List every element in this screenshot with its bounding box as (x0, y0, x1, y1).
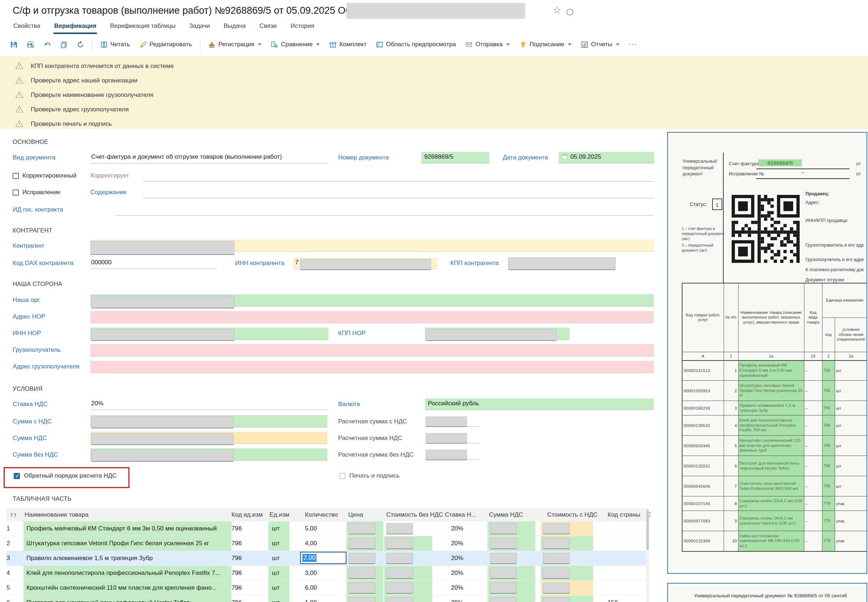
consignee-field[interactable] (91, 344, 654, 356)
copy-button[interactable] (57, 38, 71, 51)
refresh-button[interactable] (73, 38, 88, 51)
column-header[interactable]: Стоимость с НДС (547, 508, 598, 521)
section-terms: УСЛОВИЯ (13, 385, 42, 392)
inn-nor-label[interactable]: ИНН НОР (13, 330, 41, 337)
warning-item[interactable]: Проверьте адрес грузополучателя (0, 102, 868, 117)
tab-table-verification[interactable]: Верификация таблицы (109, 21, 176, 34)
signing-button[interactable]: Подписание (516, 38, 575, 51)
preview-area-button[interactable]: Область предпросмотра (372, 38, 459, 51)
counterparty-label[interactable]: Контрагент (13, 242, 45, 249)
table-row[interactable]: 6Пистолет для монтажной пены тефлоновый … (6, 596, 648, 602)
doc-type-label[interactable]: Вид документа (13, 154, 55, 161)
table-row[interactable]: 4Клей для пенополистирола профессиональн… (6, 566, 648, 580)
consignee-addr-label[interactable]: Адрес грузополучателя (13, 363, 80, 370)
column-header[interactable]: Ед.изм (269, 508, 289, 521)
redaction-box (490, 582, 517, 594)
content-field[interactable] (143, 187, 654, 198)
kpp-counterparty-field-redacted[interactable] (508, 257, 616, 270)
warning-item[interactable]: Проверьте наименование грузополучателя (0, 88, 868, 102)
column-header[interactable]: Цена (348, 508, 363, 521)
cell-quantity[interactable]: 4,00 (305, 536, 345, 551)
komplekt-button[interactable]: Комплект (326, 38, 370, 51)
tab-issue[interactable]: Выдача (223, 21, 246, 34)
more-button[interactable]: ··· (625, 38, 641, 51)
scan-cell: 5 (724, 436, 738, 456)
table-row[interactable]: 1Профиль маячковый КМ Стандарт 6 мм 3м 0… (6, 521, 648, 536)
kpp-nor-label[interactable]: КПП НОР (338, 330, 366, 337)
cell-country-code: 156 (608, 596, 644, 602)
gov-contract-field[interactable] (116, 204, 654, 215)
reports-button[interactable]: Отчеты (577, 38, 623, 51)
doc-date-field[interactable]: 05.09.2025 (559, 152, 654, 163)
content-label[interactable]: Содержание (91, 189, 126, 196)
doc-number-field[interactable]: 9268869/5 (421, 152, 489, 163)
kpp-counterparty-label[interactable]: КПП контрагента (450, 260, 499, 267)
currency-label[interactable]: Валюта (338, 401, 360, 408)
favorite-star-icon[interactable]: ☆ (553, 5, 561, 16)
tab-properties[interactable]: Свойства (13, 21, 41, 34)
save-button[interactable] (6, 38, 21, 51)
document-preview-page1[interactable]: Универсальный передаточный документ Счет… (667, 132, 867, 574)
warning-item[interactable]: Проверьте адрес нашей организации (0, 74, 868, 88)
table-row[interactable]: 3Правило алюминиевое 1,5 м трапеция Зубр… (6, 551, 648, 566)
cell-quantity[interactable]: 3,00 (305, 566, 345, 580)
consignee-addr-field[interactable] (91, 361, 654, 373)
undo-button[interactable] (40, 38, 54, 51)
column-header[interactable]: Количество (305, 508, 338, 521)
cell-quantity[interactable]: 1,00 (305, 596, 345, 602)
edit-button[interactable]: Редактировать (136, 38, 195, 51)
dax-code-field[interactable]: 000000 (91, 257, 217, 269)
cell-name: Кронштейн сантехнический 110 мм пластик … (23, 580, 232, 595)
tab-links[interactable]: Связи (259, 21, 277, 34)
currency-field[interactable]: Российский рубль (425, 398, 654, 410)
warning-item[interactable]: Проверьте печать и подпись (0, 117, 868, 129)
document-preview-page2[interactable]: Универсальный передаточный документ № 92… (667, 583, 867, 602)
reports-label: Отчеты (591, 41, 612, 48)
doc-number-label[interactable]: Номер документа (338, 154, 389, 161)
column-header[interactable]: Стоимость без НДС (386, 508, 443, 521)
column-header[interactable]: Ставка Н... (445, 508, 476, 521)
column-header[interactable]: Сумма НДС (489, 508, 523, 521)
corrective-checkbox[interactable] (13, 173, 19, 179)
corrects-field[interactable] (143, 170, 654, 181)
sum-with-vat-label[interactable]: Сумма с НДС (13, 418, 51, 425)
table-scrollbar-thumb[interactable] (646, 510, 649, 550)
compare-button[interactable]: Сравнение (267, 38, 323, 51)
doc-type-field[interactable]: Счет-фактура и документ об отгрузке това… (91, 152, 327, 163)
tab-tasks[interactable]: Задачи (189, 21, 210, 34)
scan-cell: 00000141512 (682, 361, 724, 381)
sum-vat-label[interactable]: Сумма НДС (13, 435, 47, 442)
column-header[interactable]: Наименование товара (25, 508, 89, 521)
gov-contract-label[interactable]: ИД гос. контракта (13, 206, 63, 213)
vat-rate-field[interactable]: 20% (91, 398, 327, 410)
stamp-sign-checkbox[interactable] (339, 473, 346, 479)
save-all-button[interactable] (23, 38, 38, 51)
fix-checkbox[interactable] (13, 189, 19, 196)
warning-item[interactable]: КПП контрагента отличается от данных в с… (0, 59, 868, 74)
vat-rate-label[interactable]: Ставка НДС (13, 401, 48, 408)
cell-quantity[interactable]: 6,00 (305, 580, 345, 595)
quantity-edit-cell[interactable]: 2,00 (300, 552, 346, 564)
our-org-label[interactable]: Наша орг. (13, 296, 40, 304)
read-button[interactable]: Читать (97, 38, 134, 51)
table-row[interactable]: 5Кронштейн сантехнический 110 мм пластик… (6, 580, 648, 596)
addr-nor-label[interactable]: Адрес НОР (13, 313, 45, 320)
column-header[interactable]: Код страны (608, 508, 640, 521)
registration-button[interactable]: Регистрация (205, 38, 265, 51)
tab-history[interactable]: История (290, 21, 315, 34)
send-button[interactable]: Отправка (462, 38, 513, 51)
dax-code-label[interactable]: Код DAX контрагента (13, 260, 74, 267)
sort-icons[interactable] (9, 512, 20, 519)
sum-no-vat-label[interactable]: Сумма без НДС (13, 451, 58, 458)
cell-quantity[interactable]: 5,00 (305, 521, 345, 536)
column-header[interactable]: Код ед.изм (232, 508, 263, 521)
inn-counterparty-label[interactable]: ИНН контрагента (235, 260, 284, 267)
status-circle-icon[interactable] (566, 9, 573, 15)
fix-label: Исправление (22, 189, 60, 196)
addr-nor-field[interactable] (91, 311, 654, 323)
doc-date-label[interactable]: Дата документа (503, 154, 548, 161)
scan-cell: 00001055953 (682, 381, 724, 401)
table-row[interactable]: 2Штукатурка гипсовая Vetonit Профи Гипс … (6, 536, 648, 551)
consignee-label[interactable]: Грузополучатель (13, 346, 61, 353)
tab-verification[interactable]: Верификация (54, 21, 97, 34)
